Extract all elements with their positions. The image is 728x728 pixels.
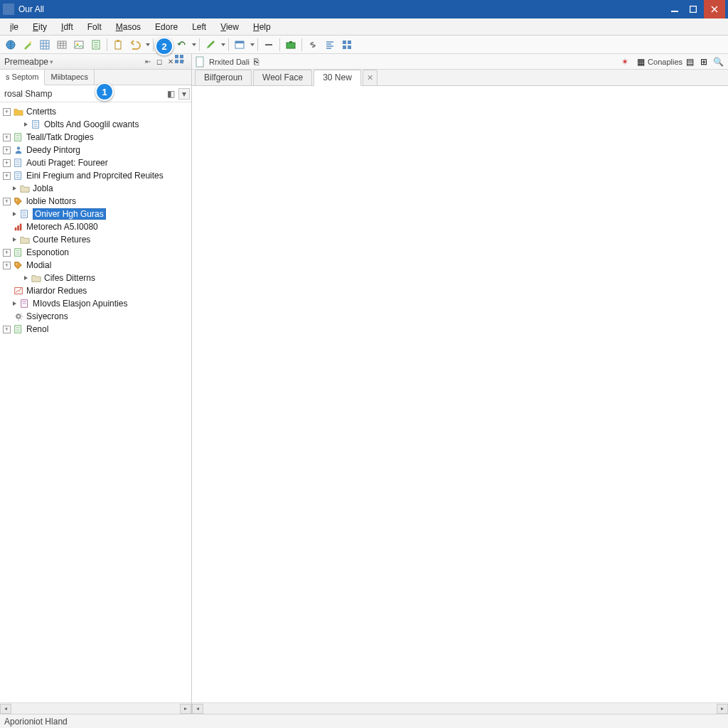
tree-item[interactable]: Ssiyecrons: [0, 310, 191, 323]
tree-item[interactable]: +Deedy Pintorg: [0, 144, 191, 156]
scroll-right-icon[interactable]: ▸: [180, 704, 191, 714]
toolbar-case-icon[interactable]: [283, 37, 299, 53]
menu-edore[interactable]: Edore: [148, 19, 185, 35]
tree-item[interactable]: Oniver Hgh Guras: [0, 208, 191, 220]
editor-topbar-right-tool1-icon[interactable]: ▦: [634, 55, 647, 68]
editor-topbar-right-tool3-icon[interactable]: ⊞: [697, 55, 710, 68]
toolbar-undo2-dropdown-icon[interactable]: [191, 37, 196, 53]
tree-item[interactable]: +Esponotion: [0, 246, 191, 259]
filter-input[interactable]: [1, 89, 163, 99]
toolbar-globe-icon[interactable]: [3, 37, 18, 53]
menu-idft[interactable]: Idft: [54, 19, 80, 35]
menu-masos[interactable]: Masos: [109, 19, 148, 35]
toolbar-minus-icon[interactable]: [261, 37, 277, 53]
toolbar-wand-icon[interactable]: [20, 37, 36, 53]
panel-tab-miibtapecs[interactable]: Miibtapecs: [45, 70, 95, 85]
minimize-button[interactable]: [665, 2, 684, 16]
tree-item-label: Deedy Pintorg: [26, 145, 80, 155]
menu-folt[interactable]: Folt: [80, 19, 109, 35]
toolbar-undo-icon[interactable]: [127, 37, 143, 53]
tree-item-label: Eini Fregium and Proprcited Reuites: [26, 171, 164, 181]
svg-point-39: [16, 314, 20, 318]
tree-item[interactable]: +Aouti Praget: Foureer: [0, 156, 191, 169]
tree-toggle-icon[interactable]: +: [3, 146, 11, 154]
editor-tab-30-new[interactable]: 30 New: [314, 70, 361, 86]
editor-topbar-right-tool2-icon[interactable]: ▤: [683, 55, 696, 68]
editor-search-icon[interactable]: 🔍: [712, 55, 724, 68]
tree-toggle-icon[interactable]: +: [3, 108, 11, 116]
toolbar-props-dropdown-icon[interactable]: [249, 37, 255, 53]
toolbar-separator: [279, 38, 280, 51]
toolbar-sheet-icon[interactable]: [88, 37, 104, 53]
tree-toggle-icon[interactable]: +: [3, 172, 11, 180]
tree-item[interactable]: +loblie Nottors: [0, 195, 191, 208]
toolbar-grid2-icon[interactable]: [339, 37, 355, 53]
tree-toggle-icon[interactable]: +: [3, 262, 11, 269]
tree-item[interactable]: +Modial: [0, 259, 191, 272]
toolbar-grid-icon[interactable]: [37, 37, 53, 53]
editor-doc-icon: [195, 56, 206, 68]
toolbar-align-icon[interactable]: [322, 37, 338, 53]
editor-tab-close-icon[interactable]: ✕: [363, 70, 378, 85]
toolbar-pencil-icon[interactable]: [203, 37, 218, 53]
tree-item[interactable]: Cifes Ditterns: [0, 272, 191, 284]
menu-ile[interactable]: ile: [3, 19, 26, 35]
maximize-button[interactable]: [684, 2, 702, 16]
panel-nav-left-icon[interactable]: ⇤: [143, 57, 153, 67]
editor-scroll-right-icon[interactable]: ▸: [717, 704, 728, 714]
editor-tab-weol-face[interactable]: Weol Face: [253, 70, 312, 85]
tree-item[interactable]: Metorech A5.I0080: [0, 220, 191, 233]
toolbar-brush-icon[interactable]: [156, 37, 172, 53]
tree-folder-y-icon: [13, 107, 24, 117]
tree-gear-icon: [13, 311, 24, 321]
svg-rect-1: [690, 6, 697, 13]
tree-toggle-spacer: [3, 313, 11, 321]
toolbar-undo2-icon[interactable]: [173, 37, 189, 53]
tree-item[interactable]: +Teall/Tatk Drogies: [0, 131, 191, 144]
menu-eity[interactable]: Eity: [26, 19, 54, 35]
statusbar: Aporioniot Hland: [0, 714, 728, 728]
filter-clear-icon[interactable]: ◧: [164, 87, 177, 100]
tree-page-g-icon: [13, 132, 24, 142]
panel-hscrollbar[interactable]: ◂ ▸: [0, 702, 191, 714]
tree-toggle-icon[interactable]: +: [3, 159, 11, 167]
menu-view[interactable]: View: [213, 19, 246, 35]
editor-tab-bilfgeroun[interactable]: Bilfgeroun: [195, 70, 252, 85]
panel-popout-icon[interactable]: ◻: [154, 57, 164, 67]
panel-header-dropdown-icon[interactable]: ▾: [50, 58, 53, 65]
toolbar-clipboard-icon[interactable]: [110, 37, 126, 53]
tree-item[interactable]: +Renol: [0, 323, 191, 336]
editor-hscrollbar[interactable]: ◂ ▸: [192, 702, 728, 714]
tree-item[interactable]: +Eini Fregium and Proprcited Reuites: [0, 169, 191, 182]
panel-tab-s-septom[interactable]: s Septom: [0, 70, 45, 85]
tree-item[interactable]: Courte Retures: [0, 233, 191, 246]
tree-item[interactable]: +Cntertts: [0, 105, 191, 118]
tree-folder-icon: [19, 235, 31, 245]
menu-help[interactable]: Help: [246, 19, 278, 35]
tree-toggle-icon[interactable]: +: [3, 326, 11, 333]
editor-topbar-left-tool-icon[interactable]: ⎘: [250, 55, 263, 68]
tree-arrow-icon: [24, 122, 28, 127]
tree-toggle-icon[interactable]: +: [3, 198, 11, 205]
tree-item[interactable]: Jobla: [0, 182, 191, 195]
tree-item[interactable]: MIovds Elasjon Apuinties: [0, 297, 191, 310]
tree-toggle-icon[interactable]: +: [3, 134, 11, 141]
close-button[interactable]: [704, 0, 725, 18]
scroll-left-icon[interactable]: ◂: [0, 704, 11, 714]
toolbar-table-icon[interactable]: [54, 37, 70, 53]
menu-left[interactable]: Left: [185, 19, 213, 35]
toolbar-link-icon[interactable]: [305, 37, 321, 53]
editor-scroll-left-icon[interactable]: ◂: [192, 704, 203, 714]
filter-dropdown-icon[interactable]: ▾: [178, 88, 190, 100]
tree-item[interactable]: Oblts And Googlil cwants: [0, 118, 191, 131]
toolbar-separator: [153, 38, 154, 51]
toolbar-pencil-dropdown-icon[interactable]: [220, 37, 225, 53]
toolbar-picture-icon[interactable]: [71, 37, 87, 53]
tree-toggle-spacer: [3, 300, 11, 308]
toolbar-props-icon[interactable]: [232, 37, 247, 53]
tree-toggle-icon[interactable]: +: [3, 249, 11, 257]
panel-header-label: Premeabpe: [4, 57, 48, 67]
toolbar-separator: [301, 38, 302, 51]
tree-item[interactable]: Miardor Redues: [0, 284, 191, 297]
toolbar-undo-dropdown-icon[interactable]: [144, 37, 150, 53]
